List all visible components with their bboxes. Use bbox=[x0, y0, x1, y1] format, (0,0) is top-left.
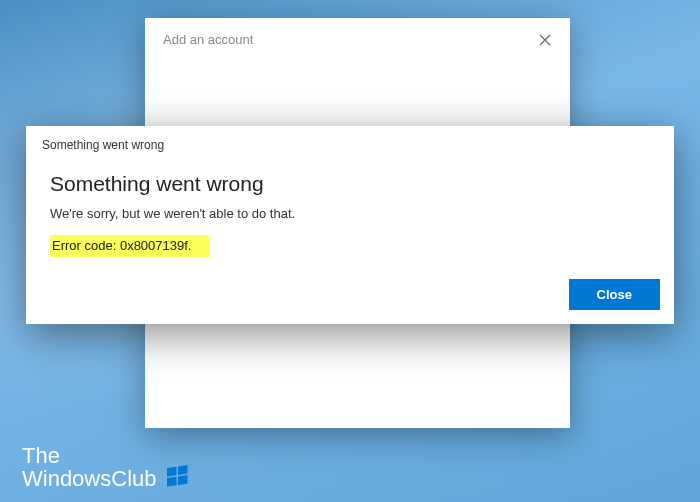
close-icon[interactable] bbox=[538, 33, 552, 47]
svg-rect-3 bbox=[178, 475, 188, 485]
watermark-text: The WindowsClub bbox=[22, 444, 157, 490]
error-dialog-titlebar: Something went wrong bbox=[26, 126, 674, 160]
svg-rect-0 bbox=[167, 467, 177, 477]
windows-logo-icon bbox=[167, 465, 189, 487]
error-heading: Something went wrong bbox=[50, 172, 650, 196]
watermark-line2: WindowsClub bbox=[22, 467, 157, 490]
svg-rect-2 bbox=[167, 477, 177, 487]
error-dialog-footer: Close bbox=[569, 279, 660, 310]
watermark-line1: The bbox=[22, 444, 157, 467]
add-account-dialog-title: Add an account bbox=[163, 32, 253, 47]
add-account-dialog-header: Add an account bbox=[145, 18, 570, 57]
watermark: The WindowsClub bbox=[22, 444, 189, 490]
error-dialog: Something went wrong Something went wron… bbox=[26, 126, 674, 324]
svg-rect-1 bbox=[178, 465, 188, 475]
close-button[interactable]: Close bbox=[569, 279, 660, 310]
error-dialog-content: Something went wrong We're sorry, but we… bbox=[26, 160, 674, 271]
error-code: Error code: 0x8007139f. bbox=[50, 235, 209, 257]
error-subtext: We're sorry, but we weren't able to do t… bbox=[50, 206, 650, 221]
